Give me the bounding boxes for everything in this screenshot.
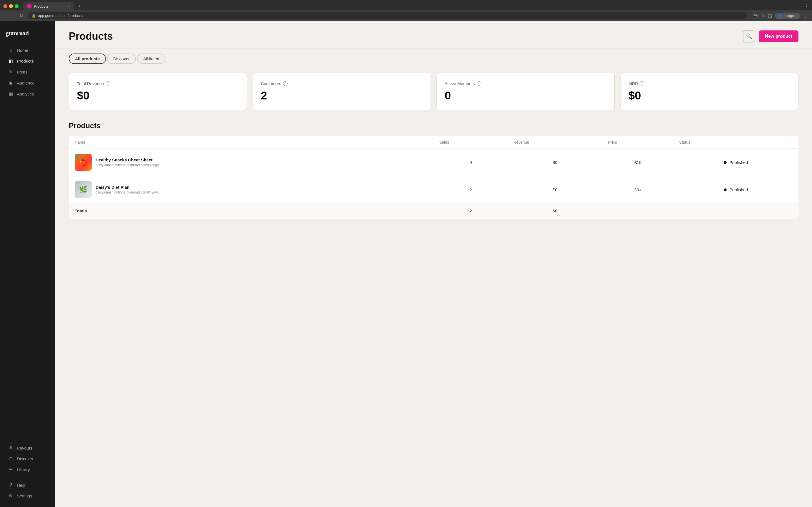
product-link-1[interactable]: daisyjonasnutrition1.gumroad.com/l/xdpgv	[96, 163, 159, 167]
incognito-icon: 👤	[777, 14, 782, 18]
product-sales-2: 2	[434, 176, 508, 203]
main-header: Products 🔍 New product	[55, 21, 812, 48]
products-icon: ◧	[8, 58, 13, 64]
search-icon: 🔍	[746, 33, 752, 40]
sidebar-item-discover[interactable]: ⊙ Discover	[2, 453, 53, 464]
product-price-1: £10	[603, 149, 673, 176]
reload-button[interactable]: ↻	[18, 12, 24, 19]
sidebar-label-posts: Posts	[17, 69, 28, 74]
totals-status-empty	[673, 203, 798, 219]
sidebar-item-posts[interactable]: ✎ Posts	[2, 66, 53, 77]
product-thumbnail-1: 🍎	[75, 154, 92, 171]
tab-favicon	[27, 4, 32, 8]
product-price-2: £0+	[603, 176, 673, 203]
url-bar[interactable]: 🔒 app.gumroad.com/products	[28, 12, 748, 19]
status-label-2: Published	[729, 187, 748, 192]
diet-thumb-icon: 🌿	[75, 181, 92, 198]
tab-discover[interactable]: Discover	[107, 54, 136, 64]
incognito-label: Incognito	[783, 14, 797, 18]
browser-tab[interactable]: Products ✕	[23, 2, 74, 10]
status-label-1: Published	[729, 160, 748, 165]
tab-more-button[interactable]: ⋮	[804, 4, 809, 9]
col-header-price: Price	[603, 136, 673, 149]
info-icon-customers[interactable]: i	[283, 81, 288, 86]
sidebar-item-library[interactable]: ☰ Library	[2, 464, 53, 475]
status-dot-1	[724, 161, 726, 164]
minimize-control[interactable]	[9, 4, 13, 8]
logo-text: gumroad	[6, 30, 29, 37]
audience-icon: ◉	[8, 80, 13, 86]
forward-button[interactable]: ›	[11, 12, 15, 19]
sidebar-item-help[interactable]: ? Help	[2, 480, 53, 490]
bookmark-icon[interactable]: ☆	[762, 13, 765, 18]
sidebar-item-settings[interactable]: ⚙ Settings	[2, 490, 53, 501]
sidebar-label-help: Help	[17, 483, 26, 488]
incognito-button[interactable]: 👤 Incognito	[775, 13, 800, 19]
app: gumroad ⌂ Home ◧ Products ✎ Posts ◉ Audi…	[0, 21, 812, 507]
posts-icon: ✎	[8, 69, 13, 75]
back-button[interactable]: ‹	[4, 12, 8, 19]
totals-row: Totals 2 $0	[69, 203, 799, 219]
info-icon-mrr[interactable]: i	[640, 81, 644, 86]
new-product-button[interactable]: New product	[759, 31, 799, 42]
logo: gumroad	[0, 27, 55, 45]
table-row[interactable]: 🍎 Healthy Snacks Cheat Sheet daisyjonasn…	[69, 149, 799, 176]
stat-value-mrr: $0	[628, 89, 790, 102]
sidebar-toggle-icon[interactable]: ⬚	[768, 13, 772, 18]
products-table: Name Sales Revenue Price Status	[69, 136, 799, 219]
info-icon-total-revenue[interactable]: i	[106, 81, 110, 86]
analytics-icon: ▦	[8, 91, 13, 97]
table-row[interactable]: 🌿 Daisy's Diet Plan daisyjonasnutrition1…	[69, 176, 799, 203]
product-revenue-2: $0	[508, 176, 603, 203]
screenshare-icon[interactable]: 📷	[753, 13, 759, 18]
page-title: Products	[69, 31, 113, 42]
new-tab-button[interactable]: +	[76, 3, 83, 9]
product-status-2: Published	[673, 176, 798, 203]
address-bar: ‹ › ↻ 🔒 app.gumroad.com/products 📷 ☆ ⬚ 👤…	[0, 10, 812, 21]
sidebar-label-audience: Audience	[17, 80, 35, 86]
status-dot-2	[724, 188, 726, 191]
address-actions: 📷 ☆ ⬚ 👤 Incognito ⋮	[753, 13, 808, 19]
home-icon: ⌂	[8, 48, 13, 53]
header-actions: 🔍 New product	[743, 30, 799, 43]
tab-title: Products	[34, 4, 48, 8]
sidebar-item-home[interactable]: ⌂ Home	[2, 45, 53, 55]
window-controls	[3, 4, 18, 8]
stat-card-total-revenue: Total Revenue i $0	[69, 73, 247, 110]
tab-affiliated[interactable]: Affiliated	[137, 54, 165, 64]
stat-label-total-revenue: Total Revenue i	[77, 81, 239, 86]
stat-value-active-members: 0	[445, 89, 606, 102]
sidebar-label-settings: Settings	[17, 494, 32, 498]
product-info-1: Healthy Snacks Cheat Sheet daisyjonasnut…	[96, 158, 159, 167]
browser-menu-button[interactable]: ⋮	[803, 13, 808, 19]
sidebar-item-analytics[interactable]: ▦ Analytics	[2, 89, 53, 100]
url-text: app.gumroad.com/products	[38, 13, 83, 18]
close-control[interactable]	[3, 4, 7, 8]
main-content: Products 🔍 New product All products Disc…	[55, 21, 812, 507]
product-cell-1: 🍎 Healthy Snacks Cheat Sheet daisyjonasn…	[69, 149, 434, 176]
stats-row: Total Revenue i $0 Customers i 2 Active …	[69, 73, 799, 110]
col-header-revenue: Revenue	[508, 136, 603, 149]
sidebar-item-products[interactable]: ◧ Products	[2, 55, 53, 66]
tabs-row: All products Discover Affiliated	[55, 48, 812, 64]
sidebar-label-analytics: Analytics	[17, 92, 34, 96]
table-header-row: Name Sales Revenue Price Status	[69, 136, 799, 149]
totals-label: Totals	[69, 203, 434, 219]
totals-revenue: $0	[508, 203, 603, 219]
col-header-sales: Sales	[434, 136, 508, 149]
sidebar-item-payouts[interactable]: $ Payouts	[2, 443, 53, 453]
sidebar-label-home: Home	[17, 48, 28, 53]
sidebar-label-library: Library	[17, 467, 30, 472]
maximize-control[interactable]	[15, 4, 18, 8]
search-button[interactable]: 🔍	[743, 30, 755, 43]
tab-bar: Products ✕ + ⋮	[0, 0, 812, 10]
lock-icon: 🔒	[32, 14, 36, 18]
sidebar-item-audience[interactable]: ◉ Audience	[2, 77, 53, 89]
product-name-2: Daisy's Diet Plan	[96, 185, 159, 189]
info-icon-active-members[interactable]: i	[477, 81, 481, 86]
product-link-2[interactable]: daisyjonasnutrition1.gumroad.com/l/nygwv	[96, 190, 159, 194]
tab-all-products[interactable]: All products	[69, 54, 106, 64]
sidebar: gumroad ⌂ Home ◧ Products ✎ Posts ◉ Audi…	[0, 21, 55, 507]
totals-price-empty	[603, 203, 673, 219]
tab-close-button[interactable]: ✕	[67, 4, 70, 8]
